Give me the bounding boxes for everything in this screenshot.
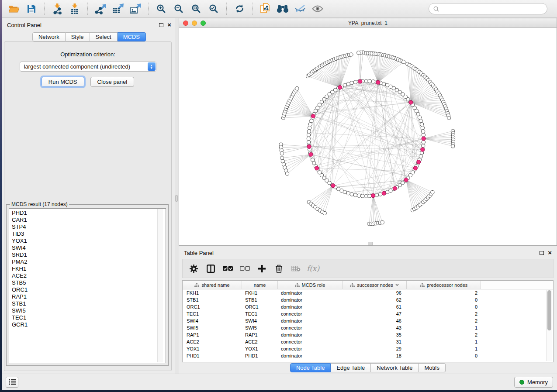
graph-node[interactable] [285,172,289,175]
mcds-result-item[interactable]: PMA2 [12,258,166,265]
tab-network-table[interactable]: Network Table [371,363,419,372]
table-row[interactable]: TEC1TEC1connector472 [183,310,553,317]
mcds-result-item[interactable]: STB5 [12,279,166,286]
close-panel-icon[interactable]: × [548,251,552,255]
graph-node[interactable] [389,189,392,193]
share-network-button[interactable] [257,2,273,16]
graph-node[interactable] [418,116,421,119]
mcds-result-item[interactable]: YOX1 [12,237,166,244]
graph-node[interactable] [364,194,368,198]
table-row[interactable]: RAP1RAP1dominator352 [183,331,553,338]
graph-node[interactable] [350,193,353,196]
import-table-button[interactable] [67,2,83,16]
graph-hub-node[interactable] [338,86,342,89]
graph-hub-node[interactable] [421,148,425,151]
graph-node[interactable] [343,190,346,194]
graph-node[interactable] [323,211,326,215]
graph-hub-node[interactable] [309,152,313,156]
graph-node[interactable] [311,158,315,162]
graph-hub-node[interactable] [409,100,413,104]
window-zoom-button[interactable] [201,21,206,26]
close-panel-button[interactable]: Close panel [90,77,135,87]
network-graph[interactable] [179,28,557,245]
horizontal-splitter-grip[interactable] [368,242,373,245]
graph-hub-node[interactable] [358,79,362,83]
window-close-button[interactable] [183,21,188,26]
mcds-result-item[interactable]: STP4 [12,224,166,230]
table-row[interactable]: STB1STB1dominator620 [183,296,553,303]
graph-node[interactable] [420,123,424,126]
memory-button[interactable]: Memory [514,377,553,388]
graph-node[interactable] [353,193,357,197]
show-columns-button[interactable] [206,263,216,274]
graph-hub-node[interactable] [417,160,421,164]
graph-node[interactable] [419,155,422,158]
table-row[interactable]: ACE2ACE2connector311 [183,338,553,345]
delete-column-button[interactable] [274,263,284,274]
export-table-button[interactable] [110,2,126,16]
graph-node[interactable] [280,151,284,155]
graph-node[interactable] [422,133,425,137]
graph-node[interactable] [307,137,310,140]
tab-mcds[interactable]: MCDS [118,32,146,41]
table-row[interactable]: PHD1PHD1dominator180 [183,352,553,359]
search-input[interactable] [442,6,543,12]
graph-node[interactable] [368,79,371,83]
mcds-result-scrollbar[interactable] [157,209,163,362]
mcds-result-item[interactable]: GCR1 [12,321,166,328]
mcds-result-item[interactable]: SWI4 [12,244,166,251]
graph-node[interactable] [382,82,386,86]
tab-style[interactable]: Style [66,32,90,41]
column-header-successor-nodes[interactable]: successor nodes [343,281,407,289]
graph-node[interactable] [371,80,375,83]
graph-node[interactable] [310,119,313,123]
table-scrollbar[interactable] [546,290,552,361]
graph-node[interactable] [422,141,425,144]
graph-node[interactable] [379,193,382,196]
graph-node[interactable] [353,80,357,84]
graph-node[interactable] [307,133,311,137]
column-header-name[interactable]: name [242,281,278,289]
graph-node[interactable] [375,193,379,197]
graph-node[interactable] [447,116,451,120]
select-all-button[interactable] [223,263,233,274]
graph-node[interactable] [336,187,340,191]
graph-node[interactable] [361,194,364,198]
zoom-fit-button[interactable] [188,2,204,16]
panel-splitter-vertical[interactable] [175,18,179,374]
mcds-result-item[interactable]: RAP1 [12,293,166,300]
graph-node[interactable] [314,109,317,113]
run-mcds-button[interactable]: Run MCDS [42,77,84,87]
graph-hub-node[interactable] [376,80,380,84]
graph-hub-node[interactable] [382,191,386,195]
graph-hub-node[interactable] [422,137,426,141]
mcds-result-item[interactable]: CAR1 [12,217,166,224]
graph-node[interactable] [343,83,346,87]
graph-node[interactable] [280,156,284,160]
export-network-button[interactable] [93,2,108,16]
close-panel-icon[interactable]: × [167,23,171,27]
graph-node[interactable] [419,119,422,123]
graph-node[interactable] [357,51,360,55]
task-history-button[interactable] [6,377,18,388]
mcds-result-item[interactable]: TEC1 [12,314,166,321]
table-row[interactable]: SWI5SWI5connector431 [183,324,553,331]
float-panel-icon[interactable] [159,23,163,27]
graph-node[interactable] [392,86,395,90]
save-session-button[interactable] [24,2,39,16]
graph-hub-node[interactable] [315,166,319,170]
graph-node[interactable] [451,144,455,148]
table-scrollbar-thumb[interactable] [547,290,551,330]
graph-node[interactable] [295,86,299,90]
tab-motifs[interactable]: Motifs [419,363,446,372]
graph-hub-node[interactable] [311,114,315,118]
graph-node[interactable] [350,81,353,85]
mcds-result-item[interactable]: PHD1 [12,210,166,217]
graph-node[interactable] [381,220,384,224]
table-row[interactable]: ORC1ORC1dominator610 [183,303,553,310]
graph-node[interactable] [340,189,343,193]
table-row[interactable]: FKH1FKH1dominator962 [183,289,553,296]
export-image-button[interactable] [128,2,143,16]
float-panel-icon[interactable] [540,251,544,255]
add-column-button[interactable] [257,263,267,274]
